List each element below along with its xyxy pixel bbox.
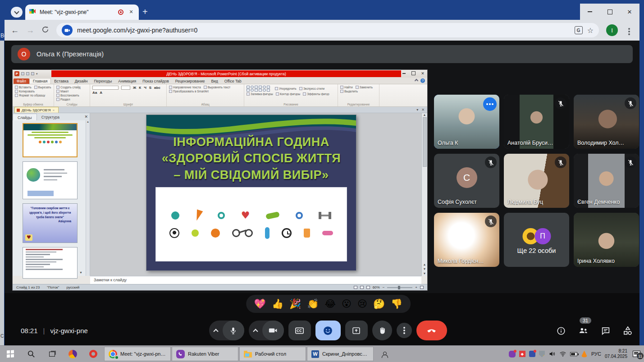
taskbar-button-opera[interactable] [83, 346, 104, 362]
ribbon-command[interactable]: Заменить [356, 86, 373, 89]
help-icon[interactable]: ? [420, 78, 425, 83]
ribbon-command[interactable]: Вырезать [34, 86, 51, 89]
scrollbar-thumb[interactable] [423, 117, 427, 167]
captions-button[interactable] [288, 321, 311, 340]
ppt-minimize-button[interactable] [401, 71, 406, 76]
font-name-box[interactable] [92, 86, 119, 90]
shape-cell[interactable] [255, 86, 258, 88]
chat-button[interactable] [601, 326, 611, 336]
reaction-thinking[interactable]: 🤔 [373, 299, 385, 309]
vertical-scrollbar[interactable]: ▲ ▲▼▼ [421, 113, 427, 276]
ribbon-tab-6[interactable]: Анимация [115, 78, 139, 84]
taskbar-button-people[interactable] [374, 346, 395, 362]
zoom-in-icon[interactable]: + [415, 285, 417, 289]
browser-tab[interactable]: Meet: "vjz-gwxi-pne" × [25, 5, 139, 20]
participant-tile[interactable]: ССофія Сухолєт [434, 154, 499, 208]
tab-close-button[interactable]: × [127, 8, 135, 16]
bookmark-star-icon[interactable]: ☆ [587, 26, 594, 35]
participant-tile[interactable]: Людмила Буц [504, 154, 569, 208]
raise-hand-button[interactable] [372, 321, 392, 340]
ribbon-command[interactable]: Ж [133, 86, 136, 90]
ribbon-command[interactable]: Заливка фигуры [247, 92, 273, 96]
ribbon-tab-2[interactable]: Главная [29, 78, 51, 84]
notes-area[interactable]: Заметки к слайду [90, 276, 421, 284]
profile-avatar[interactable]: I [606, 24, 618, 36]
ribbon-tab-7[interactable]: Показ слайдов [139, 78, 172, 84]
ribbon-tab-5[interactable]: Переходы [91, 78, 115, 84]
shape-cell[interactable] [267, 86, 270, 88]
minimize-button[interactable] [583, 7, 597, 17]
shape-cell[interactable] [251, 89, 254, 92]
slide-thumbnail-3[interactable]: 3"Головним скарбом життя є здоров'я, і щ… [23, 203, 78, 243]
reactions-button[interactable] [315, 321, 341, 340]
mic-button[interactable] [223, 321, 244, 340]
ppt-restore-button[interactable] [411, 71, 416, 76]
font-size-box[interactable] [121, 86, 130, 90]
ribbon-command[interactable]: Макет [56, 90, 69, 93]
translate-icon[interactable]: G [575, 26, 583, 34]
taskbar-button-avast-browser[interactable] [62, 346, 83, 362]
taskbar-app-viber[interactable]: Rakuten Viber [172, 347, 238, 361]
tile-menu-button[interactable] [483, 97, 497, 111]
ribbon-command[interactable]: S [149, 86, 151, 90]
camera-control[interactable] [249, 321, 284, 340]
slideshow-view-icon[interactable] [366, 286, 370, 289]
browser-menu-button[interactable] [625, 26, 633, 34]
ribbon-tab-4[interactable]: Дизайн [72, 78, 91, 84]
reaction-crying[interactable]: 😢 [357, 299, 367, 309]
reaction-thumbs-up[interactable]: 👍 [272, 299, 283, 309]
reaction-surprised[interactable]: 😮 [342, 299, 352, 309]
viber-tray-icon[interactable] [509, 351, 516, 357]
ribbon-command[interactable]: А [100, 91, 102, 95]
battery-icon[interactable] [570, 352, 577, 356]
ribbon-tab-1[interactable]: Файл [14, 78, 29, 84]
more-options-button[interactable] [397, 323, 412, 338]
mic-options-button[interactable] [209, 328, 223, 333]
shape-cell[interactable] [255, 89, 258, 92]
language-indicator[interactable]: РУС [591, 351, 601, 357]
tab-search-button[interactable] [11, 7, 23, 18]
ribbon-command[interactable]: Упорядочить [275, 86, 297, 92]
pane-scroll-down-icon[interactable]: ▼ [79, 271, 82, 274]
close-button[interactable]: ✕ [623, 7, 636, 17]
participant-tile[interactable]: Микола Гордієн… [434, 213, 499, 267]
ribbon-command[interactable]: Восстановить [56, 94, 79, 97]
ribbon-command[interactable]: Преобразовать в SmartArt [169, 90, 209, 93]
ribbon-command[interactable]: Формат по образцу [15, 94, 45, 97]
reload-button[interactable] [41, 26, 49, 35]
avast-tray-icon[interactable] [581, 351, 588, 357]
shape-cell[interactable] [251, 86, 254, 88]
zoom-out-icon[interactable]: − [383, 285, 385, 289]
ribbon-tab-8[interactable]: Рецензирование [172, 78, 208, 84]
slide-thumbnail-1[interactable]: 1 [23, 123, 78, 157]
ribbon-command[interactable]: abc [154, 86, 160, 90]
taskbar-app-folder[interactable]: Рабочий стол [239, 347, 306, 361]
collapse-ribbon-icon[interactable] [415, 79, 418, 82]
reaction-thumbs-down[interactable]: 👎 [391, 299, 402, 309]
taskbar-button-task-view[interactable] [41, 346, 62, 362]
shape-cell[interactable] [259, 86, 262, 88]
ribbon-command[interactable]: К [139, 86, 141, 90]
ribbon-command[interactable]: Контур фигуры [276, 92, 300, 96]
shape-cell[interactable] [263, 89, 266, 92]
participant-tile[interactable]: Анатолій Бруси… [504, 95, 569, 149]
camera-button[interactable] [262, 321, 284, 340]
forward-button[interactable]: → [26, 26, 34, 35]
redo-icon[interactable] [31, 72, 34, 75]
shape-cell[interactable] [247, 86, 250, 88]
reaction-party-popper[interactable]: 🎉 [289, 299, 301, 309]
normal-view-icon[interactable] [354, 286, 357, 289]
zoom-slider[interactable] [387, 287, 412, 288]
ribbon-command[interactable]: Вставить [15, 86, 32, 89]
tray-clock[interactable]: 8:2107.04.2025 [605, 348, 627, 360]
pane-close-icon[interactable]: ✕ [84, 115, 88, 119]
network-wifi-icon[interactable] [559, 350, 566, 357]
volume-icon[interactable] [548, 350, 556, 357]
shape-cell[interactable] [259, 89, 262, 92]
maximize-button[interactable] [603, 7, 617, 17]
scroll-up-icon[interactable]: ▲ [423, 113, 426, 116]
back-button[interactable]: ← [11, 26, 19, 35]
ribbon-command[interactable]: Ч [144, 86, 146, 90]
shapes-gallery[interactable] [247, 86, 270, 92]
save-icon[interactable] [21, 72, 24, 75]
